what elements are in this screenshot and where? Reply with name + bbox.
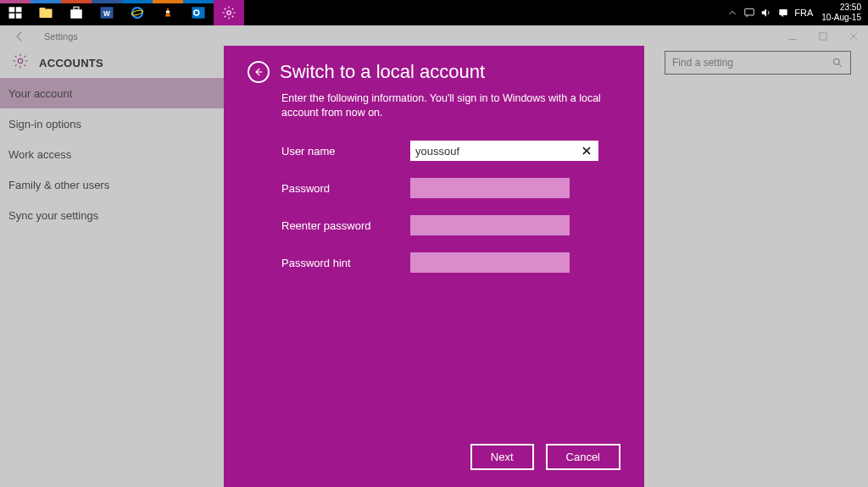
svg-point-16 — [227, 11, 231, 15]
reenter-password-label: Reenter password — [281, 219, 410, 232]
settings-app-icon[interactable] — [214, 0, 244, 25]
svg-rect-7 — [74, 7, 79, 9]
password-hint-input[interactable] — [410, 252, 570, 273]
svg-text:W: W — [103, 10, 110, 18]
cancel-button[interactable]: Cancel — [546, 444, 620, 470]
modal-back-button[interactable] — [248, 61, 270, 83]
switch-local-account-modal: Switch to a local account Enter the foll… — [224, 46, 644, 487]
modal-subtitle: Enter the following information. You'll … — [281, 91, 620, 120]
start-button[interactable] — [0, 0, 31, 25]
store-icon[interactable] — [61, 0, 92, 25]
svg-marker-21 — [782, 15, 783, 17]
action-center-icon[interactable] — [743, 7, 755, 19]
taskbar: W FRA 23:50 10-Aug-15 — [0, 0, 868, 25]
password-hint-label: Password hint — [281, 257, 410, 269]
outlook-icon[interactable] — [183, 0, 214, 25]
svg-rect-6 — [70, 9, 82, 19]
modal-title: Switch to a local account — [280, 61, 485, 83]
notification-icon[interactable] — [777, 7, 789, 19]
tray-chevron-icon[interactable] — [726, 7, 738, 19]
svg-rect-2 — [9, 14, 15, 19]
svg-rect-1 — [16, 7, 22, 12]
word-icon[interactable]: W — [92, 0, 122, 25]
svg-rect-0 — [9, 7, 15, 12]
password-label: Password — [281, 182, 410, 195]
clear-username-button[interactable] — [578, 142, 595, 159]
svg-rect-13 — [166, 11, 170, 13]
password-input[interactable] — [410, 178, 570, 198]
tray-clock[interactable]: 23:50 10-Aug-15 — [818, 3, 861, 23]
volume-icon[interactable] — [760, 7, 772, 19]
input-language[interactable]: FRA — [794, 8, 813, 18]
ie-icon[interactable] — [122, 0, 153, 25]
file-explorer-icon[interactable] — [31, 0, 61, 25]
next-button[interactable]: Next — [470, 444, 534, 470]
svg-rect-4 — [40, 9, 53, 19]
svg-rect-20 — [780, 9, 787, 15]
svg-point-10 — [132, 8, 142, 18]
reenter-password-input[interactable] — [410, 215, 570, 235]
username-input[interactable] — [410, 141, 598, 161]
svg-rect-5 — [40, 8, 46, 10]
svg-rect-3 — [16, 14, 22, 19]
username-label: User name — [281, 145, 410, 158]
svg-rect-17 — [745, 8, 754, 15]
vlc-icon[interactable] — [153, 0, 183, 25]
svg-marker-19 — [762, 8, 766, 16]
